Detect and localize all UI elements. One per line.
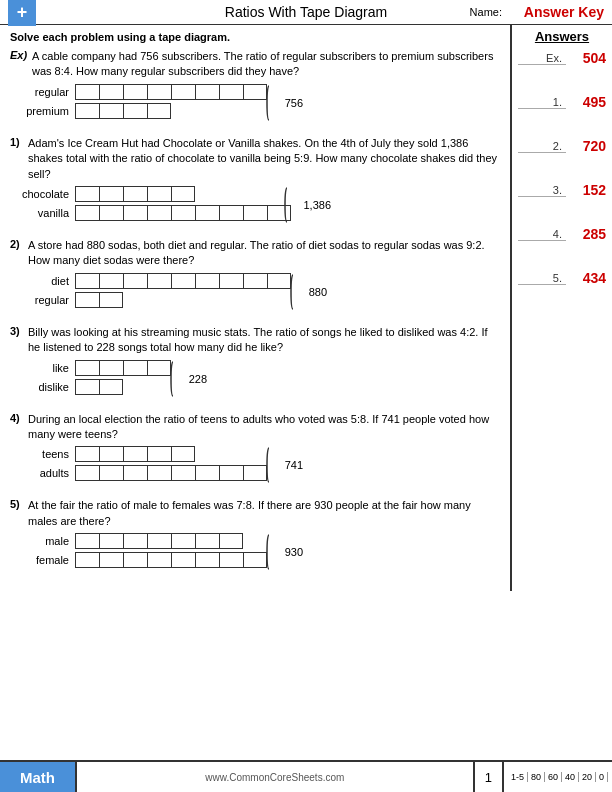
tape-row-regular: regular: [20, 84, 267, 100]
tape-block: [99, 379, 123, 395]
tape-block: [171, 533, 195, 549]
tape-block: [171, 84, 195, 100]
problem-2: 2) A store had 880 sodas, both diet and …: [10, 238, 500, 311]
problem-3: 3) Billy was looking at his streaming mu…: [10, 325, 500, 398]
scale-40: 40: [562, 772, 579, 782]
tape-block: [123, 446, 147, 462]
tape-block: [99, 465, 123, 481]
tape-row-chocolate: chocolate: [20, 186, 291, 202]
tape-blocks-female: [75, 552, 267, 568]
brace-icon: [283, 186, 303, 224]
tape-block: [243, 465, 267, 481]
tape-label-female: female: [20, 554, 75, 566]
tape-block: [99, 360, 123, 376]
p4-tape-area: teens adults: [20, 446, 500, 484]
tape-block: [147, 273, 171, 289]
p1-text: Adam's Ice Cream Hut had Chocolate or Va…: [28, 136, 500, 182]
tape-row-vanilla: vanilla: [20, 205, 291, 221]
tape-block: [219, 273, 243, 289]
tape-blocks-chocolate: [75, 186, 195, 202]
scale-60: 60: [545, 772, 562, 782]
tape-block: [147, 465, 171, 481]
footer-page-number: 1: [473, 762, 504, 792]
tape-blocks-adults: [75, 465, 267, 481]
answers-sidebar: Answers Ex. 504 1. 495 2. 720 3. 152 4. …: [512, 25, 612, 591]
tape-block: [75, 533, 99, 549]
tape-block: [171, 446, 195, 462]
tape-label-male: male: [20, 535, 75, 547]
scale-20: 20: [579, 772, 596, 782]
tape-block: [171, 186, 195, 202]
answer-key-label: Answer Key: [524, 4, 604, 20]
tape-block: [99, 103, 123, 119]
example-text: A cable company had 756 subscribers. The…: [32, 49, 500, 80]
tape-row-female: female: [20, 552, 267, 568]
answer-value-ex: 504: [566, 50, 606, 66]
tape-blocks-diet: [75, 273, 291, 289]
tape-block: [195, 533, 219, 549]
tape-row-teens: teens: [20, 446, 267, 462]
p3-text: Billy was looking at his streaming music…: [28, 325, 500, 356]
answer-label-2: 2.: [518, 140, 566, 153]
scale-80: 80: [528, 772, 545, 782]
example-tape-area: regular premium: [20, 84, 500, 122]
content-area: Solve each problem using a tape diagram.…: [0, 25, 512, 591]
tape-row-like: like: [20, 360, 171, 376]
tape-label-chocolate: chocolate: [20, 188, 75, 200]
brace-icon: [169, 360, 189, 398]
tape-blocks-male: [75, 533, 243, 549]
tape-block: [171, 552, 195, 568]
p2-text: A store had 880 sodas, both diet and reg…: [28, 238, 500, 269]
directions-text: Solve each problem using a tape diagram.: [10, 31, 500, 43]
answer-label-4: 4.: [518, 228, 566, 241]
footer-url: www.CommonCoreSheets.com: [77, 762, 473, 792]
tape-row-adults: adults: [20, 465, 267, 481]
p1-tape-area: chocolate vanilla: [20, 186, 500, 224]
answer-row-2: 2. 720: [518, 138, 606, 154]
tape-block: [75, 205, 99, 221]
tape-blocks-regular2: [75, 292, 123, 308]
tape-block: [243, 205, 267, 221]
ex-label: Ex): [10, 49, 32, 80]
tape-block: [99, 533, 123, 549]
tape-block: [99, 205, 123, 221]
answer-row-3: 3. 152: [518, 182, 606, 198]
tape-row-regular: regular: [20, 292, 291, 308]
answer-value-2: 720: [566, 138, 606, 154]
p3-tape-area: like dislike: [20, 360, 500, 398]
tape-block: [219, 205, 243, 221]
tape-block: [123, 533, 147, 549]
problem-5: 5) At the fair the ratio of male to fema…: [10, 498, 500, 571]
tape-block: [99, 273, 123, 289]
tape-block: [123, 103, 147, 119]
answer-value-1: 495: [566, 94, 606, 110]
tape-block: [99, 292, 123, 308]
page-title: Ratios With Tape Diagram: [225, 4, 387, 20]
tape-label-regular: regular: [20, 86, 75, 98]
p1-total: 1,386: [303, 199, 331, 211]
tape-block: [123, 273, 147, 289]
tape-row-dislike: dislike: [20, 379, 171, 395]
tape-blocks-premium: [75, 103, 171, 119]
tape-label-premium: premium: [20, 105, 75, 117]
tape-block: [195, 84, 219, 100]
tape-block: [243, 84, 267, 100]
brace-icon: [265, 446, 285, 484]
tape-block: [75, 465, 99, 481]
tape-block: [147, 360, 171, 376]
answer-label-ex: Ex.: [518, 52, 566, 65]
p4-num: 4): [10, 412, 28, 443]
tape-blocks-dislike: [75, 379, 123, 395]
tape-block: [171, 205, 195, 221]
tape-label-like: like: [20, 362, 75, 374]
tape-blocks-like: [75, 360, 171, 376]
tape-block: [147, 533, 171, 549]
answers-title: Answers: [518, 29, 606, 44]
answer-row-4: 4. 285: [518, 226, 606, 242]
brace-icon: [289, 273, 309, 311]
tape-block: [195, 465, 219, 481]
tape-block: [99, 186, 123, 202]
tape-row-premium: premium: [20, 103, 267, 119]
tape-block: [99, 84, 123, 100]
tape-block: [75, 379, 99, 395]
